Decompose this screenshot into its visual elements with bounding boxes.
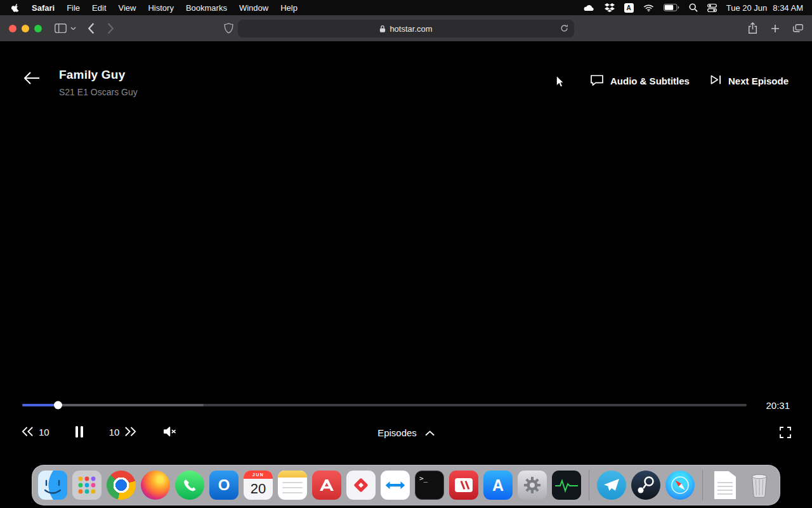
- spotlight-icon[interactable]: [689, 3, 698, 12]
- active-app-name[interactable]: Safari: [32, 3, 55, 13]
- fullscreen-button[interactable]: [780, 427, 791, 438]
- chevron-up-icon: [425, 427, 435, 438]
- dock-divider: [702, 470, 703, 500]
- whatsapp-icon[interactable]: [175, 471, 204, 500]
- apple-menu-icon[interactable]: [11, 3, 20, 13]
- window-controls: [9, 25, 42, 32]
- telegram-icon[interactable]: [597, 471, 626, 500]
- muted-volume-icon: [162, 425, 177, 439]
- menu-time: 8:34 AM: [773, 3, 803, 13]
- pause-icon: [75, 425, 84, 440]
- episodes-label: Episodes: [377, 427, 417, 438]
- url-text: hotstar.com: [390, 24, 432, 34]
- forward-nav-icon[interactable]: [107, 23, 114, 34]
- menu-bar: Safari File Edit View History Bookmarks …: [0, 0, 812, 15]
- mouse-cursor: [556, 75, 565, 91]
- input-source-icon[interactable]: A: [624, 3, 634, 13]
- safari-dock-icon[interactable]: [665, 471, 695, 500]
- episodes-button[interactable]: Episodes: [377, 427, 435, 438]
- new-tab-icon[interactable]: [771, 24, 780, 33]
- trash-icon[interactable]: [745, 471, 774, 500]
- address-bar[interactable]: hotstar.com: [238, 20, 574, 37]
- tab-group-chevron-icon[interactable]: [70, 27, 76, 30]
- document-icon[interactable]: [710, 471, 740, 500]
- menu-edit[interactable]: Edit: [92, 3, 106, 13]
- close-window-button[interactable]: [9, 25, 16, 32]
- time-remaining: 20:31: [761, 400, 790, 411]
- rewind-icon: [21, 426, 34, 439]
- firefox-icon[interactable]: [141, 471, 170, 500]
- launchpad-icon[interactable]: [72, 471, 102, 500]
- privacy-shield-icon[interactable]: [224, 23, 233, 34]
- menu-bookmarks[interactable]: Bookmarks: [186, 3, 227, 13]
- terminal-icon[interactable]: >_: [415, 471, 444, 500]
- calendar-day: 20: [244, 479, 273, 498]
- reload-icon[interactable]: [560, 24, 568, 32]
- menu-help[interactable]: Help: [280, 3, 298, 13]
- back-nav-icon[interactable]: [88, 23, 95, 34]
- next-episode-icon: [710, 74, 722, 87]
- menu-window[interactable]: Window: [239, 3, 268, 13]
- calendar-icon[interactable]: JUN 20: [244, 471, 273, 500]
- terminal-glyph: >_: [419, 474, 428, 483]
- audio-subtitles-label: Audio & Subtitles: [610, 76, 690, 86]
- outlook-letter: O: [218, 476, 230, 494]
- app-store-icon[interactable]: A: [483, 471, 513, 500]
- dock-divider: [589, 470, 589, 500]
- notes-icon[interactable]: [278, 471, 307, 500]
- steam-icon[interactable]: [631, 471, 660, 500]
- menu-file[interactable]: File: [67, 3, 80, 13]
- show-title: Family Guy: [59, 68, 138, 82]
- next-episode-button[interactable]: Next Episode: [710, 74, 789, 87]
- app-store-letter: A: [492, 476, 504, 495]
- episode-subtitle: S21 E1 Oscars Guy: [59, 87, 138, 97]
- parallels-icon[interactable]: [449, 471, 478, 500]
- cloud-status-icon[interactable]: [583, 4, 595, 12]
- pause-button[interactable]: [75, 425, 84, 440]
- forward-10-button[interactable]: 10: [109, 426, 138, 439]
- battery-icon[interactable]: [664, 4, 679, 11]
- menu-date: Tue 20 Jun: [726, 3, 768, 13]
- episode-info: Family Guy S21 E1 Oscars Guy: [59, 68, 138, 97]
- share-icon[interactable]: [748, 22, 757, 34]
- zoom-window-button[interactable]: [34, 25, 42, 32]
- red-app-icon[interactable]: [312, 471, 341, 500]
- subtitles-bubble-icon: [590, 74, 604, 88]
- played-track: [22, 404, 58, 406]
- rewind-10-button[interactable]: 10: [21, 426, 49, 439]
- system-settings-icon[interactable]: [518, 471, 547, 500]
- diamond-app-icon[interactable]: [346, 471, 376, 500]
- video-player[interactable]: Family Guy S21 E1 Oscars Guy Audio & Sub…: [0, 42, 812, 508]
- sidebar-toggle-icon[interactable]: [55, 23, 67, 33]
- dropbox-icon[interactable]: [605, 3, 615, 12]
- activity-monitor-icon[interactable]: [552, 471, 581, 500]
- control-center-icon[interactable]: [707, 3, 717, 13]
- calendar-month: JUN: [244, 471, 273, 479]
- dock: O JUN 20 >_ A: [32, 465, 780, 505]
- player-back-icon[interactable]: [23, 71, 40, 88]
- forward-seconds-label: 10: [109, 427, 120, 438]
- lock-icon: [379, 25, 386, 33]
- forward-icon: [124, 426, 137, 439]
- menu-history[interactable]: History: [148, 3, 173, 13]
- seek-handle[interactable]: [54, 401, 62, 410]
- minimize-window-button[interactable]: [22, 25, 29, 32]
- audio-subtitles-button[interactable]: Audio & Subtitles: [590, 74, 690, 88]
- wifi-icon[interactable]: [643, 4, 654, 12]
- mute-button[interactable]: [162, 425, 177, 439]
- outlook-icon[interactable]: O: [209, 471, 239, 500]
- chrome-icon[interactable]: [107, 471, 136, 500]
- tab-overview-icon[interactable]: [793, 24, 803, 32]
- teamviewer-icon[interactable]: [381, 471, 410, 500]
- menu-view[interactable]: View: [119, 3, 136, 13]
- next-episode-label: Next Episode: [728, 76, 789, 86]
- safari-toolbar: hotstar.com: [0, 15, 812, 42]
- menu-clock[interactable]: Tue 20 Jun 8:34 AM: [726, 3, 803, 13]
- finder-icon[interactable]: [38, 471, 67, 500]
- seek-bar[interactable]: [22, 404, 747, 406]
- rewind-seconds-label: 10: [39, 427, 49, 438]
